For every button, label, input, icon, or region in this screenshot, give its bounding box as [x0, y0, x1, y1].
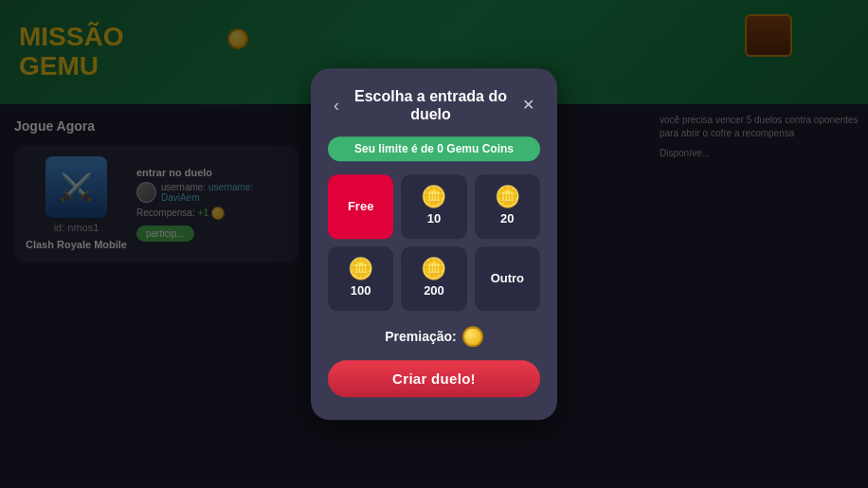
entry-option-outro-label: Outro — [491, 272, 524, 286]
premiacao-coin — [462, 326, 483, 347]
coin-stack-200: 🪙 — [421, 260, 446, 280]
criar-duelo-button[interactable]: Criar duelo! — [328, 360, 540, 397]
entry-option-100[interactable]: 🪙 100 — [328, 246, 393, 311]
coin-stack-20: 🪙 — [495, 188, 520, 208]
entry-option-200-label: 200 — [424, 284, 444, 298]
modal-header: ‹ Escolha a entrada do duelo ✕ — [328, 87, 540, 123]
modal-title: Escolha a entrada do duelo — [345, 87, 516, 123]
modal-close-button[interactable]: ✕ — [516, 96, 540, 115]
premiacao-label: Premiação: — [385, 329, 456, 344]
entry-grid: Free 🪙 10 🪙 20 🪙 100 🪙 200 Outro — [328, 174, 540, 311]
premiacao-row: Premiação: — [328, 326, 540, 347]
entry-option-outro[interactable]: Outro — [475, 246, 540, 311]
entry-option-200[interactable]: 🪙 200 — [401, 246, 466, 311]
entry-option-20[interactable]: 🪙 20 — [475, 174, 540, 239]
entry-option-20-label: 20 — [500, 212, 514, 226]
coin-stack-100: 🪙 — [348, 260, 373, 280]
coin-stack-10: 🪙 — [421, 188, 446, 208]
entry-option-10-label: 10 — [427, 212, 441, 226]
entry-option-free-label: Free — [348, 200, 373, 214]
entry-option-10[interactable]: 🪙 10 — [401, 174, 466, 239]
modal: ‹ Escolha a entrada do duelo ✕ Seu limit… — [311, 68, 557, 420]
modal-back-button[interactable]: ‹ — [328, 95, 345, 116]
limit-badge: Seu limite é de 0 Gemu Coins — [328, 136, 540, 161]
entry-option-free[interactable]: Free — [328, 174, 393, 239]
entry-option-100-label: 100 — [351, 284, 371, 298]
